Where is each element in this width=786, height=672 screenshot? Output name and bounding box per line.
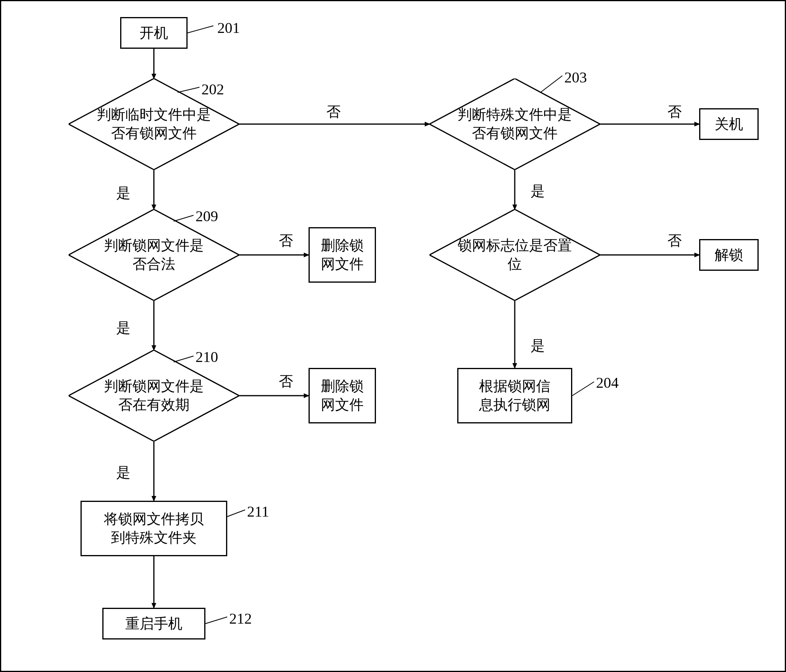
- edge-202-yes: 是: [116, 184, 130, 203]
- edge-209-yes: 是: [116, 318, 130, 338]
- node-shutdown: 关机: [699, 108, 759, 140]
- node-204-label: 根据锁网信 息执行锁网: [479, 377, 550, 414]
- svg-line-20: [572, 382, 594, 396]
- step-label-203: 203: [564, 69, 587, 86]
- edge-flagset-yes: 是: [531, 336, 545, 356]
- step-label-210: 210: [196, 348, 218, 366]
- node-flagset-label: 锁网标志位是否置 位: [447, 236, 583, 274]
- node-211-label: 将锁网文件拷贝 到特殊文件夹: [104, 510, 204, 547]
- node-203-label: 判断特殊文件中是 否有锁网文件: [447, 105, 583, 143]
- edge-203-yes: 是: [531, 182, 545, 201]
- step-label-211: 211: [247, 503, 269, 520]
- edge-210-yes: 是: [116, 463, 130, 482]
- step-label-201: 201: [217, 19, 240, 36]
- node-209-label: 判断锁网文件是 否合法: [86, 236, 222, 274]
- edge-209-no: 否: [279, 231, 293, 251]
- node-flagset-decision: 锁网标志位是否置 位: [429, 209, 600, 301]
- node-delete-2-label: 删除锁 网文件: [321, 377, 364, 414]
- node-210-label: 判断锁网文件是 否在有效期: [86, 377, 222, 414]
- step-label-204: 204: [596, 374, 619, 391]
- svg-line-24: [205, 617, 227, 624]
- svg-line-17: [188, 26, 213, 33]
- node-delete-1-label: 删除锁 网文件: [321, 236, 364, 274]
- node-212-label: 重启手机: [125, 615, 182, 633]
- step-label-212: 212: [229, 610, 252, 627]
- edge-202-no: 否: [326, 102, 341, 122]
- node-201-start: 开机: [120, 17, 188, 49]
- node-203-decision: 判断特殊文件中是 否有锁网文件: [429, 78, 600, 170]
- node-shutdown-label: 关机: [715, 115, 743, 134]
- node-unlock: 解锁: [699, 239, 759, 271]
- node-201-label: 开机: [140, 24, 168, 42]
- edge-flagset-no: 否: [667, 231, 682, 251]
- node-204: 根据锁网信 息执行锁网: [457, 368, 572, 423]
- step-label-209: 209: [196, 207, 218, 225]
- edge-203-no: 否: [667, 102, 682, 122]
- svg-line-23: [227, 510, 245, 517]
- node-delete-2: 删除锁 网文件: [309, 368, 376, 423]
- node-unlock-label: 解锁: [715, 246, 743, 264]
- node-212: 重启手机: [102, 608, 205, 639]
- node-202-label: 判断临时文件中是 否有锁网文件: [86, 105, 222, 143]
- step-label-202: 202: [201, 80, 224, 98]
- edge-210-no: 否: [279, 372, 293, 391]
- node-delete-1: 删除锁 网文件: [309, 227, 376, 283]
- node-211: 将锁网文件拷贝 到特殊文件夹: [81, 501, 227, 556]
- flowchart-canvas: 开机 201 判断临时文件中是 否有锁网文件 202 判断特殊文件中是 否有锁网…: [0, 0, 786, 672]
